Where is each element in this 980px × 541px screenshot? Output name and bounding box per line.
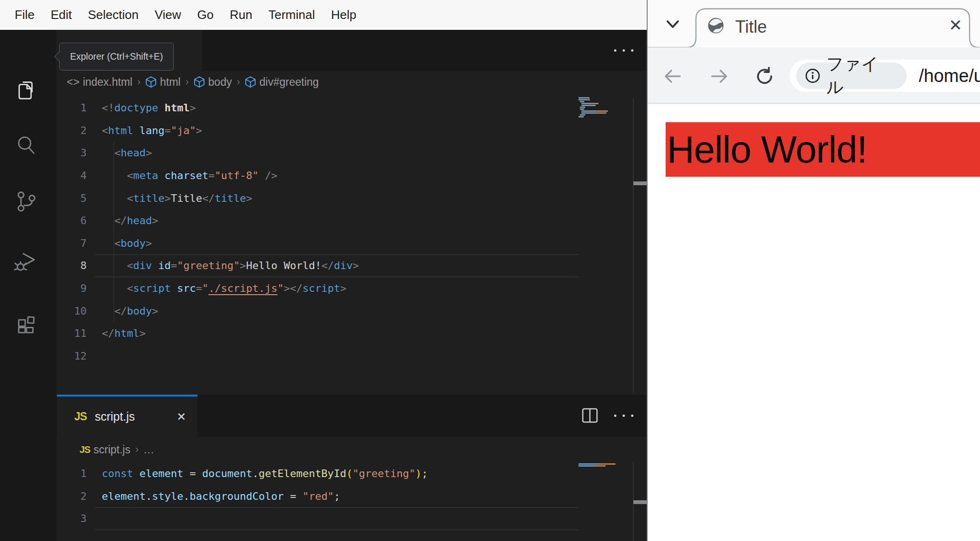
close-tab-icon[interactable]: ✕: [177, 411, 186, 423]
menu-terminal[interactable]: Terminal: [260, 8, 323, 22]
js-file-icon: JS: [74, 410, 87, 423]
menu-view[interactable]: View: [147, 8, 189, 22]
symbol-cube-icon: [194, 76, 205, 88]
run-debug-icon[interactable]: [13, 248, 39, 274]
line-number: 2: [56, 125, 87, 136]
minimap-line: [579, 467, 635, 469]
line-number: 2: [56, 490, 87, 502]
minimap-line: [580, 101, 635, 102]
code-line: 10 </body>: [56, 299, 648, 322]
editor-actions-more-icon[interactable]: [614, 49, 633, 52]
scrollbar-track: [633, 98, 633, 393]
address-bar[interactable]: ファイル /home/u: [790, 60, 980, 92]
breadcrumb-body[interactable]: body: [194, 76, 232, 89]
menu-go[interactable]: Go: [189, 8, 222, 22]
editor-area: <> index.html <>index.html›html›body›div…: [56, 30, 648, 541]
code-line: 1<!doctype html>: [56, 97, 648, 119]
code-line: 3 <head>: [56, 142, 648, 164]
breadcrumb-file[interactable]: JSscript.js: [80, 443, 130, 456]
breadcrumb-separator: ›: [135, 443, 138, 456]
js-tabbar: JS script.js ✕: [56, 395, 648, 437]
breadcrumb-html[interactable]: html: [145, 76, 180, 89]
line-number: 3: [56, 147, 87, 159]
scrollbar-thumb[interactable]: [633, 181, 648, 185]
line-number: 4: [56, 170, 87, 181]
url-text: /home/u: [919, 66, 980, 86]
js-breadcrumb: JSscript.js›…: [56, 437, 648, 462]
symbol-cube-icon: [145, 76, 157, 88]
code-line: 7 <body>: [56, 232, 648, 255]
menu-file[interactable]: File: [7, 8, 43, 22]
window-separator: [647, 0, 648, 541]
editor-actions-more-icon[interactable]: [614, 415, 633, 417]
minimap-line: [579, 97, 635, 99]
file-scheme-chip[interactable]: ファイル: [796, 63, 907, 89]
current-line-highlight: [95, 254, 579, 277]
tab-label: script.js: [95, 410, 135, 424]
breadcrumb-separator: ›: [237, 76, 240, 88]
code-line: 2<html lang="ja">: [56, 119, 648, 142]
minimap-line: [580, 107, 635, 108]
minimap[interactable]: [579, 97, 635, 120]
minimap-line: [581, 105, 635, 106]
menu-selection[interactable]: Selection: [80, 8, 147, 22]
browser-tabstrip: Title ✕: [648, 0, 980, 47]
menu-run[interactable]: Run: [222, 8, 260, 22]
breadcrumb-separator: ›: [185, 76, 188, 88]
browser-tab-outline: [648, 0, 980, 48]
chip-label: ファイル: [826, 53, 894, 99]
screen: FileEditSelectionViewGoRunTerminalHelp: [0, 0, 980, 541]
reload-icon[interactable]: [755, 66, 775, 86]
forward-icon[interactable]: [710, 67, 729, 85]
html-file-icon: <>: [67, 76, 80, 89]
breadcrumb-symbol[interactable]: …: [143, 443, 154, 456]
menu-help[interactable]: Help: [323, 8, 364, 22]
js-code-editor[interactable]: 1const element = document.getElementById…: [56, 462, 648, 541]
minimap-line: [581, 103, 635, 104]
minimap-line: [581, 110, 635, 112]
greeting-div: Hello World!: [666, 122, 980, 177]
activity-bar: [0, 30, 56, 541]
minimap[interactable]: [579, 463, 635, 469]
line-number: 11: [56, 327, 87, 339]
line-number: 3: [56, 513, 87, 524]
breadcrumb-separator: ›: [137, 76, 141, 88]
explorer-icon[interactable]: [13, 76, 39, 102]
extensions-icon[interactable]: [13, 307, 39, 334]
minimap-line: [579, 99, 635, 100]
js-file-icon: JS: [80, 444, 90, 455]
line-number: 9: [56, 282, 87, 294]
code-line: 4 <meta charset="utf-8" />: [56, 164, 648, 187]
minimap-line: [579, 118, 635, 119]
code-line: 9 <script src="./script.js"></script>: [56, 277, 648, 300]
line-number: 6: [56, 215, 87, 226]
minimap-line: [579, 116, 635, 117]
browser-tab-title[interactable]: Title: [735, 17, 767, 37]
minimap-line: [581, 112, 635, 114]
html-code-editor[interactable]: 1<!doctype html>2<html lang="ja">3 <head…: [56, 93, 648, 395]
scrollbar-thumb[interactable]: [633, 500, 648, 504]
tooltip-text: Explorer (Ctrl+Shift+E): [59, 43, 174, 71]
breadcrumb-divgreeting[interactable]: div#greeting: [245, 76, 319, 89]
indent-guide: [114, 142, 114, 322]
code-line: 6 </head>: [56, 209, 648, 232]
source-control-icon[interactable]: [13, 189, 39, 215]
code-line: 11</html>: [56, 322, 648, 345]
split-editor-icon[interactable]: [582, 408, 598, 425]
code-line: 2element.style.backgroundColor = "red";: [56, 485, 648, 508]
tab-search-chevron-icon[interactable]: [666, 19, 680, 29]
code-line: 12: [56, 345, 648, 368]
tab-script-js[interactable]: JS script.js ✕: [57, 395, 197, 437]
line-number: 1: [56, 102, 87, 114]
line-number: 5: [56, 192, 87, 204]
menu-edit[interactable]: Edit: [43, 8, 80, 22]
minimap-line: [580, 108, 635, 110]
greeting-text: Hello World!: [666, 128, 867, 171]
breadcrumb-file[interactable]: <>index.html: [67, 76, 133, 89]
browser-tab-close-icon[interactable]: ✕: [949, 17, 962, 33]
back-icon[interactable]: [663, 67, 682, 85]
browser-toolbar: ファイル /home/u: [648, 47, 980, 104]
search-icon[interactable]: [13, 132, 39, 159]
minimap-line: [580, 114, 635, 116]
line-number: 8: [56, 260, 87, 271]
